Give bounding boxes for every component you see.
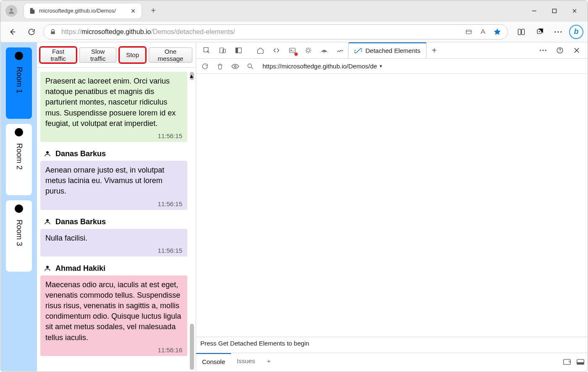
welcome-tab-icon[interactable] [252, 42, 268, 58]
eye-reveal-icon[interactable] [231, 62, 240, 71]
collections-icon[interactable] [532, 24, 547, 39]
avatar-icon [44, 265, 51, 272]
refresh-detached-icon[interactable] [200, 62, 210, 71]
detached-elements-tab[interactable]: Detached Elements [348, 42, 427, 58]
svg-point-10 [46, 219, 49, 222]
favorite-star-icon[interactable] [493, 28, 501, 36]
detached-elements-toolbar: https://microsoftedge.github.io/Demos/de… [196, 59, 587, 74]
messages-scrollbar[interactable]: ▴ [189, 68, 195, 371]
svg-point-18 [307, 49, 310, 52]
network-tab-icon[interactable] [316, 42, 332, 58]
app-mode-icon[interactable] [465, 28, 473, 36]
profile-avatar-icon[interactable] [5, 5, 17, 17]
split-screen-icon[interactable] [514, 24, 529, 39]
room-status-dot-icon [15, 204, 23, 213]
device-emulation-icon[interactable] [215, 42, 231, 58]
stop-traffic-button[interactable]: Stop [120, 47, 145, 63]
window-titlebar: microsoftedge.github.io/Demos/ + [0, 0, 588, 21]
browser-tab[interactable]: microsoftedge.github.io/Demos/ [24, 3, 142, 18]
dock-side-icon[interactable] [231, 42, 247, 58]
scrollbar-thumb[interactable] [190, 324, 194, 370]
slow-traffic-button[interactable]: Slow traffic [79, 47, 116, 63]
omnibox-url: https://microsoftedge.github.io/Demos/de… [61, 28, 235, 36]
sources-tab-icon[interactable] [300, 42, 316, 58]
drawer-console-tab[interactable]: Console [196, 353, 231, 371]
svg-point-24 [559, 52, 560, 52]
message: Danas Barkus Nulla facilisi. 11:56:15 [40, 217, 187, 257]
bing-chat-button[interactable]: b [569, 25, 583, 39]
svg-point-8 [560, 31, 562, 32]
tab-close-icon[interactable] [130, 8, 136, 14]
window-controls [525, 4, 584, 18]
window-maximize-button[interactable] [545, 4, 564, 18]
dropdown-caret-icon: ▾ [380, 63, 382, 69]
page-favicon-icon [29, 8, 36, 14]
detached-elements-status: Press Get Detached Elements to begin [196, 337, 587, 349]
message-text: Praesent ac laoreet enim. Orci varius na… [45, 76, 182, 129]
collect-garbage-icon[interactable] [215, 62, 225, 71]
detached-elements-body: Press Get Detached Elements to begin Con… [196, 74, 587, 371]
message-text: Aenean ornare justo est, in volutpat met… [45, 165, 182, 197]
devtools-panel: Detached Elements + https://microsoftedg… [196, 42, 587, 371]
devtools-more-tabs-button[interactable]: + [427, 42, 442, 58]
drawer-dock-icon[interactable] [576, 359, 585, 367]
drawer-issues-tab[interactable]: Issues [231, 353, 261, 371]
window-minimize-button[interactable] [525, 4, 544, 18]
drawer-issues-icon[interactable] [563, 359, 571, 367]
elements-tab-icon[interactable] [268, 42, 284, 58]
one-message-button[interactable]: One message [149, 47, 192, 63]
avatar-icon [44, 150, 51, 157]
avatar-icon [44, 218, 51, 225]
room-tab-3[interactable]: Room 3 [6, 200, 32, 272]
message: Ahmad Hakiki Maecenas odio arcu, iaculis… [40, 264, 187, 356]
messages-scroll-area[interactable]: Praesent ac laoreet enim. Orci varius na… [37, 68, 196, 371]
read-aloud-icon[interactable] [479, 28, 487, 36]
message-time: 11:56:15 [45, 199, 182, 208]
message-author: Danas Barkus [55, 149, 106, 158]
traffic-toolbar: Fast traffic Slow traffic Stop One messa… [37, 42, 196, 68]
fast-traffic-button[interactable]: Fast traffic [40, 47, 76, 63]
window-close-button[interactable] [565, 4, 584, 18]
message-author: Ahmad Hakiki [55, 264, 105, 273]
svg-rect-29 [577, 362, 584, 364]
browser-tab-title: microsoftedge.github.io/Demos/ [39, 8, 126, 14]
address-bar: https://microsoftedge.github.io/Demos/de… [0, 21, 588, 42]
room-tab-1[interactable]: Room 1 [6, 47, 32, 119]
refresh-button[interactable] [24, 24, 39, 39]
page-viewport: Room 1 Room 2 Room 3 Fast traffic Slow t… [1, 42, 587, 371]
filter-search-icon[interactable] [246, 62, 255, 71]
settings-more-icon[interactable] [551, 24, 566, 39]
message-text: Maecenas odio arcu, iaculis at est eget,… [45, 280, 182, 343]
scroll-up-arrow-icon[interactable]: ▴ [190, 72, 194, 80]
room-label: Room 1 [15, 67, 24, 93]
drawer-add-tab-button[interactable]: + [261, 353, 276, 371]
rooms-sidebar: Room 1 Room 2 Room 3 [1, 42, 37, 371]
chat-column: Fast traffic Slow traffic Stop One messa… [37, 42, 196, 371]
devtools-help-icon[interactable] [554, 44, 566, 57]
back-button[interactable] [5, 24, 20, 39]
svg-rect-3 [518, 29, 521, 34]
omnibox[interactable]: https://microsoftedge.github.io/Demos/de… [43, 24, 508, 39]
svg-point-6 [554, 31, 556, 32]
devtools-tabstrip: Detached Elements + [196, 42, 587, 59]
devtools-drawer: Console Issues + [196, 353, 587, 371]
detached-url-filter[interactable]: https://microsoftedge.github.io/Demos/de… [262, 63, 382, 70]
svg-point-20 [540, 50, 541, 51]
svg-rect-1 [553, 9, 556, 13]
performance-tab-icon[interactable] [332, 42, 348, 58]
room-tab-2[interactable]: Room 2 [6, 124, 32, 195]
site-lock-icon[interactable] [50, 29, 56, 35]
svg-point-21 [543, 50, 544, 51]
room-status-dot-icon [15, 52, 23, 60]
svg-rect-17 [289, 48, 295, 53]
svg-rect-2 [466, 30, 471, 34]
demo-chat-app: Room 1 Room 2 Room 3 Fast traffic Slow t… [1, 42, 196, 371]
devtools-settings-icon[interactable] [537, 44, 549, 57]
svg-point-0 [10, 8, 13, 11]
message-author: Danas Barkus [55, 217, 106, 226]
inspect-element-icon[interactable] [199, 42, 215, 58]
svg-point-7 [557, 31, 559, 32]
console-tab-icon[interactable] [284, 42, 300, 58]
devtools-close-button[interactable] [570, 44, 583, 57]
new-tab-button[interactable]: + [147, 4, 160, 18]
